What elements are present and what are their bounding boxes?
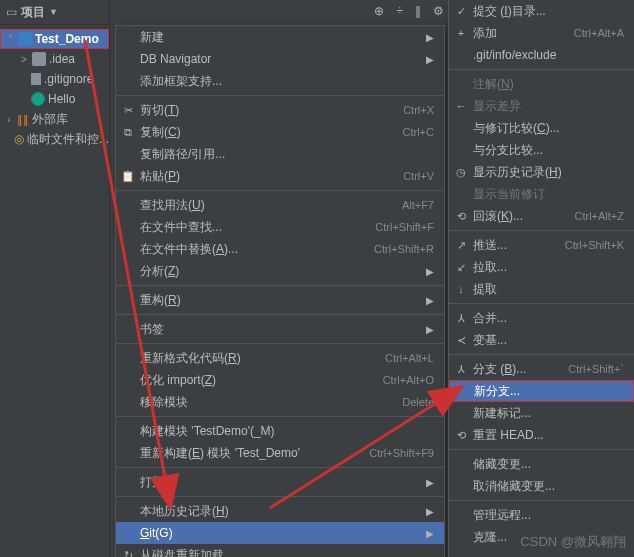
tree-item-scratches[interactable]: ◎ 临时文件和控... (0, 129, 109, 149)
ctx1-item-6[interactable]: 复制路径/引用... (116, 143, 444, 165)
menu-separator (116, 285, 444, 286)
menu-separator (116, 467, 444, 468)
tree-label: Test_Demo (35, 32, 99, 46)
tree-item-gitignore[interactable]: .gitignore (0, 69, 109, 89)
submenu-arrow-icon: ▶ (426, 477, 434, 488)
menu-item-icon: ← (454, 100, 468, 112)
ctx1-item-11[interactable]: 在文件中替换(A)...Ctrl+Shift+R (116, 238, 444, 260)
menu-shortcut: Ctrl+Alt+Z (574, 210, 624, 222)
ctx1-item-10[interactable]: 在文件中查找...Ctrl+Shift+F (116, 216, 444, 238)
ctx2-item-20[interactable]: 新分支... (449, 380, 634, 402)
menu-item-label: 取消储藏变更... (473, 478, 624, 495)
ctx2-item-1[interactable]: +添加Ctrl+Alt+A (449, 22, 634, 44)
submenu-arrow-icon: ▶ (426, 266, 434, 277)
ctx1-item-27[interactable]: 本地历史记录(H)▶ (116, 500, 444, 522)
tree-item-test-demo[interactable]: ˅ Test_Demo (0, 29, 109, 49)
ctx2-item-2[interactable]: .git/info/exclude (449, 44, 634, 66)
ctx1-item-20[interactable]: 移除模块Delete (116, 391, 444, 413)
ctx2-item-10[interactable]: ⟲回滚(K)...Ctrl+Alt+Z (449, 205, 634, 227)
ctx1-item-5[interactable]: ⧉复制(C)Ctrl+C (116, 121, 444, 143)
ctx2-item-14[interactable]: ↓提取 (449, 278, 634, 300)
tree-item-hello[interactable]: Hello (0, 89, 109, 109)
ctx2-item-24[interactable]: 储藏变更... (449, 453, 634, 475)
ctx1-item-25[interactable]: 打开于▶ (116, 471, 444, 493)
menu-shortcut: Ctrl+Shift+F (375, 221, 434, 233)
sidebar-toolbar: ⊕ ÷ ‖ ⚙ (374, 4, 444, 18)
menu-item-icon: ↙ (454, 261, 468, 274)
menu-item-label: 复制路径/引用... (140, 146, 434, 163)
ctx2-item-17[interactable]: ≺变基... (449, 329, 634, 351)
menu-separator (116, 416, 444, 417)
select-opened-icon[interactable]: ⊕ (374, 4, 384, 18)
menu-shortcut: Alt+F7 (402, 199, 434, 211)
ctx1-item-14[interactable]: 重构(R)▶ (116, 289, 444, 311)
tree-label: .idea (49, 52, 75, 66)
menu-item-label: 优化 import(Z) (140, 372, 383, 389)
ctx1-item-1[interactable]: DB Navigator▶ (116, 48, 444, 70)
tree-item-idea[interactable]: > .idea (0, 49, 109, 69)
expand-icon[interactable]: ÷ (396, 4, 403, 18)
menu-item-label: 与修订比较(C)... (473, 120, 624, 137)
menu-item-icon: ⟲ (454, 210, 468, 223)
menu-separator (449, 500, 634, 501)
gear-icon[interactable]: ⚙ (433, 4, 444, 18)
ctx1-item-7[interactable]: 📋粘贴(P)Ctrl+V (116, 165, 444, 187)
ctx1-item-23[interactable]: 重新构建(E) 模块 'Test_Demo'Ctrl+Shift+F9 (116, 442, 444, 464)
ctx1-item-9[interactable]: 查找用法(U)Alt+F7 (116, 194, 444, 216)
menu-item-label: 复制(C) (140, 124, 403, 141)
ctx2-item-6[interactable]: 与修订比较(C)... (449, 117, 634, 139)
ctx2-item-7[interactable]: 与分支比较... (449, 139, 634, 161)
ctx2-item-13[interactable]: ↙拉取... (449, 256, 634, 278)
context-menu-git: ✓提交 (I)目录...+添加Ctrl+Alt+A.git/info/exclu… (448, 0, 634, 557)
tree-item-external-libs[interactable]: › ‖‖ 外部库 (0, 109, 109, 129)
ctx1-item-2[interactable]: 添加框架支持... (116, 70, 444, 92)
library-icon: ‖‖ (17, 113, 29, 126)
collapse-icon[interactable]: ‖ (415, 4, 421, 18)
menu-item-label: 剪切(T) (140, 102, 403, 119)
chevron-down-icon[interactable]: ˅ (5, 34, 15, 45)
menu-item-label: 书签 (140, 321, 426, 338)
ctx1-item-12[interactable]: 分析(Z)▶ (116, 260, 444, 282)
menu-item-label: 移除模块 (140, 394, 402, 411)
ctx1-item-0[interactable]: 新建▶ (116, 26, 444, 48)
ctx1-item-4[interactable]: ✂剪切(T)Ctrl+X (116, 99, 444, 121)
submenu-arrow-icon: ▶ (426, 324, 434, 335)
ctx2-item-25[interactable]: 取消储藏变更... (449, 475, 634, 497)
ctx2-item-21[interactable]: 新建标记... (449, 402, 634, 424)
ctx2-item-22[interactable]: ⟲重置 HEAD... (449, 424, 634, 446)
menu-shortcut: Ctrl+C (403, 126, 434, 138)
menu-item-label: 储藏变更... (473, 456, 624, 473)
dropdown-icon[interactable]: ▼ (49, 7, 58, 17)
ctx2-item-19[interactable]: ⅄分支 (B)...Ctrl+Shift+` (449, 358, 634, 380)
tree-label: 外部库 (32, 111, 68, 128)
ctx1-item-18[interactable]: 重新格式化代码(R)Ctrl+Alt+L (116, 347, 444, 369)
ctx1-item-29[interactable]: ↻从磁盘重新加载 (116, 544, 444, 557)
ctx2-item-16[interactable]: ⅄合并... (449, 307, 634, 329)
menu-item-icon: ⧉ (121, 126, 135, 139)
ctx2-item-0[interactable]: ✓提交 (I)目录... (449, 0, 634, 22)
menu-shortcut: Delete (402, 396, 434, 408)
menu-item-icon: ⅄ (454, 363, 468, 376)
menu-separator (449, 449, 634, 450)
menu-item-icon: 📋 (121, 170, 135, 183)
ctx2-item-12[interactable]: ↗推送...Ctrl+Shift+K (449, 234, 634, 256)
ctx1-item-19[interactable]: 优化 import(Z)Ctrl+Alt+O (116, 369, 444, 391)
ctx1-item-28[interactable]: Git(G)▶ (116, 522, 444, 544)
class-icon (31, 92, 45, 106)
menu-item-label: 添加框架支持... (140, 73, 434, 90)
ctx2-item-9: 显示当前修订 (449, 183, 634, 205)
ctx2-item-27[interactable]: 管理远程... (449, 504, 634, 526)
menu-item-label: 本地历史记录(H) (140, 503, 426, 520)
chevron-right-icon[interactable]: > (19, 54, 29, 65)
ctx1-item-22[interactable]: 构建模块 'TestDemo'(_M) (116, 420, 444, 442)
sidebar-title: 项目 (21, 4, 45, 21)
menu-separator (116, 343, 444, 344)
menu-shortcut: Ctrl+Shift+K (565, 239, 624, 251)
ctx1-item-16[interactable]: 书签▶ (116, 318, 444, 340)
menu-separator (116, 95, 444, 96)
chevron-right-icon[interactable]: › (4, 114, 14, 125)
menu-separator (449, 303, 634, 304)
menu-item-icon: ◷ (454, 166, 468, 179)
context-menu-project: 新建▶DB Navigator▶添加框架支持...✂剪切(T)Ctrl+X⧉复制… (115, 25, 445, 557)
ctx2-item-8[interactable]: ◷显示历史记录(H) (449, 161, 634, 183)
